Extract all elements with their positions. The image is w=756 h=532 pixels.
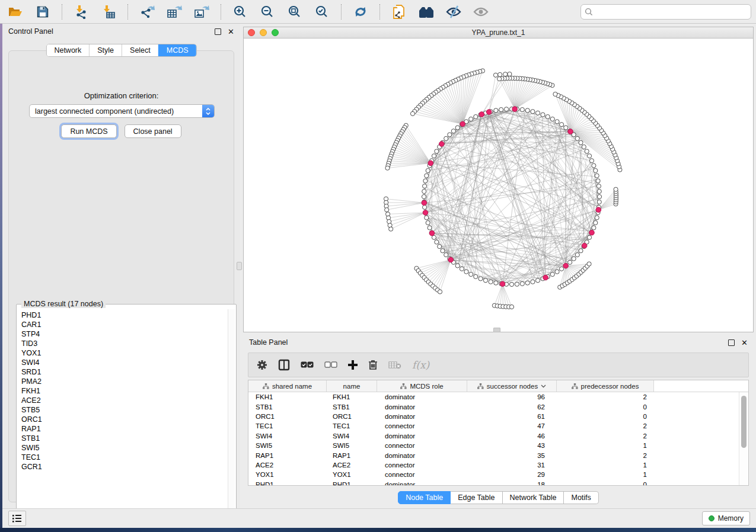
gear-icon <box>257 360 267 370</box>
search-box[interactable] <box>580 4 751 20</box>
toolbar-separator <box>62 4 62 20</box>
zoom-fit-button[interactable] <box>284 2 305 21</box>
float-panel-icon[interactable] <box>728 339 735 346</box>
close-panel-icon[interactable]: ✕ <box>741 339 748 346</box>
toolbar-separator <box>221 4 221 20</box>
tab-node-table[interactable]: Node Table <box>398 491 451 504</box>
table-cell: FKH1 <box>327 393 377 400</box>
tab-network[interactable]: Network <box>46 44 89 56</box>
add-column-button[interactable] <box>348 360 358 370</box>
list-item[interactable]: ORC1 <box>18 415 227 424</box>
column-header-predecessor-nodes[interactable]: predecessor nodes <box>557 380 654 392</box>
export-image-button[interactable] <box>191 2 212 21</box>
horizontal-splitter-handle[interactable] <box>493 328 500 332</box>
table-cell: PHD1 <box>248 481 327 485</box>
table-row[interactable]: TEC1TEC1connector472 <box>248 421 739 431</box>
close-panel-icon[interactable]: ✕ <box>228 28 234 35</box>
tab-style[interactable]: Style <box>89 44 122 56</box>
float-panel-icon[interactable] <box>215 28 221 35</box>
table-cell: 2 <box>557 432 654 440</box>
export-table-button[interactable] <box>164 2 185 21</box>
hide-selected-button[interactable] <box>443 2 464 21</box>
table-cell: connector <box>377 471 467 478</box>
memory-button[interactable]: Memory <box>702 511 750 525</box>
table-row[interactable]: SWI4SWI4dominator462 <box>248 431 739 441</box>
tab-select[interactable]: Select <box>122 44 158 56</box>
list-item[interactable]: SWI4 <box>18 358 227 367</box>
show-columns-button[interactable] <box>278 359 290 371</box>
export-network-button[interactable] <box>136 2 158 21</box>
zoom-in-button[interactable] <box>229 2 251 21</box>
column-settings-button[interactable] <box>257 360 267 370</box>
table-cell: 62 <box>467 403 557 411</box>
show-panels-button[interactable] <box>8 511 26 526</box>
list-item[interactable]: PMA2 <box>18 377 227 386</box>
network-canvas[interactable] <box>244 39 753 332</box>
mcds-list-scrollbar[interactable] <box>228 309 235 522</box>
save-session-button[interactable] <box>32 2 53 21</box>
list-item[interactable]: CAR1 <box>18 320 227 329</box>
list-item[interactable]: TEC1 <box>18 453 227 462</box>
tab-mcds[interactable]: MCDS <box>158 44 196 56</box>
optimization-criterion-select[interactable]: largest connected component (undirected) <box>29 104 215 118</box>
find-button[interactable] <box>416 2 437 21</box>
list-item[interactable]: RAP1 <box>18 424 227 434</box>
column-header-successor-nodes[interactable]: successor nodes <box>467 380 557 392</box>
clone-network-button[interactable] <box>388 2 410 21</box>
table-cell: 18 <box>467 481 557 485</box>
column-header-shared-name[interactable]: shared name <box>248 380 327 392</box>
deselect-all-columns-button[interactable] <box>324 361 337 368</box>
table-row[interactable]: RAP1RAP1dominator352 <box>248 450 739 460</box>
refresh-button[interactable] <box>350 2 371 21</box>
close-panel-button[interactable]: Close panel <box>125 124 181 138</box>
list-item[interactable]: GCR1 <box>18 462 227 472</box>
list-item[interactable]: PHD1 <box>18 310 227 320</box>
list-item[interactable]: TID3 <box>18 339 227 348</box>
table-cell: 1 <box>557 471 654 478</box>
table-cell: 0 <box>557 481 654 485</box>
table-row[interactable]: ACE2ACE2connector311 <box>248 460 739 470</box>
scrollbar-thumb[interactable] <box>741 396 747 448</box>
import-network-button[interactable] <box>71 2 92 21</box>
table-scrollbar[interactable] <box>739 392 748 485</box>
table-row[interactable]: PHD1PHD1dominator180 <box>248 480 739 485</box>
list-item[interactable]: STP4 <box>18 329 227 339</box>
tab-motifs[interactable]: Motifs <box>564 491 598 504</box>
table-row[interactable]: SWI5SWI5connector431 <box>248 441 739 450</box>
list-item[interactable]: ACE2 <box>18 396 227 405</box>
list-item[interactable]: FKH1 <box>18 386 227 396</box>
table-row[interactable]: YOX1YOX1connector291 <box>248 470 739 479</box>
search-input[interactable] <box>595 8 747 16</box>
mcds-result-list[interactable]: PHD1CAR1STP4TID3YOX1SWI4SRD1PMA2FKH1ACE2… <box>18 310 227 522</box>
zoom-selected-button[interactable] <box>311 2 333 21</box>
list-item[interactable]: STB5 <box>18 405 227 415</box>
table-row[interactable]: FKH1FKH1dominator962 <box>248 392 739 402</box>
table-cell: SWI5 <box>327 442 377 449</box>
zoom-out-button[interactable] <box>257 2 278 21</box>
table-row[interactable]: STB1STB1dominator620 <box>248 402 739 411</box>
control-panel-title: Control Panel <box>8 27 53 36</box>
network-window-title: YPA_prune.txt_1 <box>244 28 753 37</box>
import-table-button[interactable] <box>98 2 119 21</box>
memory-status-icon <box>709 515 714 521</box>
trash-icon <box>368 360 378 370</box>
list-item[interactable]: YOX1 <box>18 348 227 358</box>
open-file-button[interactable] <box>5 2 26 21</box>
table-row[interactable]: ORC1ORC1dominator610 <box>248 412 739 421</box>
panel-splitter-handle[interactable] <box>237 262 242 270</box>
delete-column-button[interactable] <box>368 360 378 370</box>
list-item[interactable]: SRD1 <box>18 367 227 377</box>
list-item[interactable]: STB1 <box>18 434 227 443</box>
network-window-titlebar: YPA_prune.txt_1 <box>244 27 753 39</box>
run-mcds-button[interactable]: Run MCDS <box>61 124 116 138</box>
attribute-icon <box>400 383 407 389</box>
select-all-columns-button[interactable] <box>301 361 314 368</box>
show-all-button[interactable] <box>470 2 492 21</box>
list-item[interactable]: SWI5 <box>18 443 227 453</box>
table-panel-titlebar: Table Panel ✕ <box>243 335 754 350</box>
column-header-mcds-role[interactable]: MCDS role <box>377 380 467 392</box>
tab-network-table[interactable]: Network Table <box>503 491 564 504</box>
tab-edge-table[interactable]: Edge Table <box>451 491 502 504</box>
column-header-name[interactable]: name <box>327 380 377 392</box>
select-stepper <box>202 105 214 117</box>
